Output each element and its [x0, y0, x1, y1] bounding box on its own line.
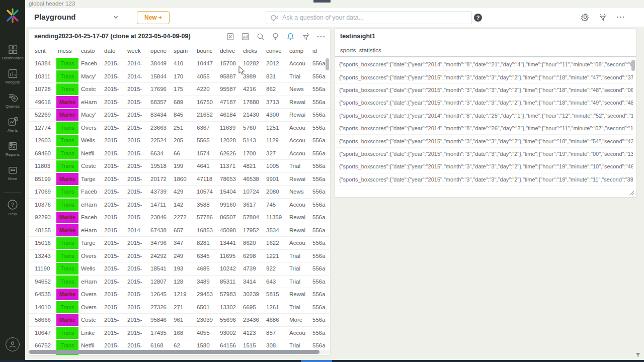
table-cell: 2015- — [126, 163, 149, 169]
table-cell: 12774 — [33, 125, 56, 131]
table-row[interactable]: 10728TransCostc2015-2015-176961754220955… — [29, 83, 331, 96]
column-header-clicks[interactable]: clicks — [242, 48, 265, 54]
user-avatar[interactable] — [6, 337, 20, 351]
chart-view-icon[interactable] — [241, 32, 250, 41]
sidebar: DashboardsWidgetsQueriesAlertsReportsMor… — [0, 0, 25, 362]
table-row[interactable]: 52269MarkeMacy'2015-2015-834348452165246… — [29, 109, 331, 122]
insight-json-row[interactable]: {"sports_boxscores":{"date":{"year":"201… — [335, 173, 633, 186]
table-row[interactable]: 13243TransOvers2015-2015-242922496345116… — [29, 250, 331, 263]
filter-funnel-icon[interactable] — [635, 352, 641, 358]
table-row[interactable]: 12774TransOvers2015-2015-236632516367116… — [29, 122, 331, 135]
message-type-badge: Marke — [56, 109, 78, 121]
message-type-badge: Trans — [56, 250, 78, 262]
table-row[interactable]: 92293MarkeFaceb2015-2015-238462272577868… — [29, 211, 331, 224]
vertical-scrollbar[interactable] — [326, 58, 329, 70]
export-excel-icon[interactable] — [226, 32, 234, 41]
sidebar-item-widgets[interactable]: Widgets — [0, 64, 25, 88]
table-row[interactable]: 17069TransFaceb2015-2015-437394291057415… — [29, 186, 331, 199]
table-cell: 5815 — [265, 291, 288, 297]
column-header-spam[interactable]: spam — [172, 48, 195, 54]
table-cell: 2015- — [103, 125, 126, 131]
table-row[interactable]: 64535MarkeOvers2015-2015-126451219294535… — [29, 288, 331, 301]
sidebar-item-alerts[interactable]: Alerts — [0, 113, 25, 137]
column-header-week[interactable]: week — [126, 48, 149, 54]
column-header-bounc[interactable]: bounc — [195, 48, 218, 54]
table-row[interactable]: 15016TransTarge2015-2015-347963478281134… — [29, 237, 331, 250]
more-ellipsis-icon[interactable] — [316, 32, 325, 41]
table-cell: 199 — [172, 163, 195, 169]
table-cell: 14711 — [149, 202, 172, 208]
table-cell: 10376 — [33, 202, 56, 208]
table-cell: 83434 — [149, 112, 172, 118]
insight-json-row[interactable]: {"sports_boxscores":{"date":{"year":"201… — [335, 148, 633, 160]
message-type-badge: Marke — [56, 173, 78, 185]
table-row[interactable]: 11190TransWells2015-2015-185411934685102… — [29, 262, 331, 276]
table-cell: 43739 — [149, 189, 172, 195]
insight-json-row[interactable]: {"sports_boxscores":{"date":{"year":"201… — [335, 71, 633, 83]
table-cell: 10447 — [195, 60, 218, 66]
insight-json-row[interactable]: {"sports_boxscores":{"date":{"year":"201… — [335, 160, 633, 173]
table-row[interactable]: 48155MarkeeHarn2015-2014-674386571685345… — [29, 224, 331, 237]
table-row[interactable]: 85199MarkeTarge2015-2015-201721860471187… — [29, 173, 331, 186]
column-header-date[interactable]: date — [103, 48, 126, 54]
column-header-id[interactable]: id — [311, 48, 331, 54]
smart-filter-icon[interactable] — [598, 13, 607, 22]
report-toolbar — [226, 32, 325, 41]
workspace-dropdown[interactable]: Playground — [34, 13, 76, 21]
table-cell: 16750 — [195, 99, 218, 105]
insights-bulb-icon[interactable] — [271, 32, 280, 41]
column-header-custo[interactable]: custo — [79, 48, 103, 54]
table-cell: eHarn — [79, 227, 103, 233]
table-cell: 2015- — [103, 253, 126, 259]
table-cell: 1261 — [265, 304, 288, 310]
horizontal-scrollbar-thumb[interactable] — [29, 350, 319, 354]
table-row[interactable]: 10647TransLinke2015-2015-174351684055930… — [29, 327, 331, 340]
insight-json-row[interactable]: {"sports_boxscores":{"date":{"year":"201… — [335, 122, 633, 135]
insight-vertical-scrollbar[interactable] — [631, 60, 635, 71]
table-row[interactable]: 58666MarkeCostc2015-2015-958469612303955… — [29, 314, 331, 327]
table-cell: 2015- — [103, 214, 126, 220]
chevron-down-icon[interactable] — [113, 14, 119, 20]
help-badge[interactable]: ? — [474, 14, 482, 22]
message-type-badge: Trans — [56, 301, 78, 313]
table-row[interactable]: 16384TransFaceb2015-2014-384494101044715… — [29, 57, 331, 70]
more-ellipsis-icon[interactable] — [616, 13, 625, 22]
table-row[interactable]: 14010TransOvers2015-2015-273262716501133… — [29, 301, 331, 314]
resize-handle-icon[interactable] — [628, 190, 634, 196]
table-row[interactable]: 10376TranseHarn2015-2015-147111423588991… — [29, 199, 331, 212]
insight-json-row[interactable]: {"sports_boxscores":{"date":{"year":"201… — [335, 84, 633, 97]
column-header-conve[interactable]: conve — [265, 48, 288, 54]
table-row[interactable]: 49616MarkeeHarn2015-2015-683576891675047… — [29, 96, 331, 109]
filter-funnel-icon[interactable] — [301, 32, 310, 41]
table-cell: 17435 — [149, 330, 172, 336]
sidebar-item-queries[interactable]: Queries — [0, 88, 25, 113]
insight-json-row[interactable]: {"sports_boxscores":{"date":{"year":"201… — [335, 135, 633, 147]
app-logo-icon[interactable] — [5, 7, 21, 24]
insights-bulb-icon — [271, 32, 280, 41]
column-header-mess[interactable]: mess — [56, 48, 79, 54]
sidebar-item-dashboards[interactable]: Dashboards — [0, 40, 25, 64]
sidebar-item-more[interactable]: More — [0, 161, 25, 185]
table-cell: 4055 — [195, 330, 218, 336]
table-row[interactable]: 10311TransMacy'2015-2014-158441704055958… — [29, 70, 331, 83]
table-cell: 556a — [311, 86, 331, 92]
settings-gear-icon[interactable] — [581, 13, 590, 22]
sidebar-item-reports[interactable]: Reports — [0, 137, 25, 161]
table-row[interactable]: 11803TransCostc2015-2015-195181994641113… — [29, 160, 331, 173]
alerts-bell-icon[interactable] — [286, 32, 295, 41]
search-icon[interactable] — [256, 32, 265, 41]
new-button[interactable]: New + — [137, 11, 170, 24]
ask-data-search-input[interactable]: Ask a question of your data... — [266, 11, 472, 24]
table-row[interactable]: 69460TransNetfli2015-2015-66346615746262… — [29, 147, 331, 160]
table-cell: 69460 — [33, 150, 56, 156]
column-header-camp[interactable]: camp — [288, 48, 311, 54]
insight-json-row[interactable]: {"sports_boxscores":{"date":{"year":"201… — [335, 110, 633, 122]
table-row[interactable]: 94652TranseHarn2015-2015-128071283489853… — [29, 276, 331, 289]
column-header-opene[interactable]: opene — [149, 48, 172, 54]
insight-json-row[interactable]: {"sports_boxscores":{"date":{"year":"201… — [335, 58, 633, 71]
sidebar-item-help[interactable]: ? Help — [0, 199, 25, 223]
column-header-delive[interactable]: delive — [218, 48, 242, 54]
table-row[interactable]: 12603TransWells2015-2015-225242055565120… — [29, 134, 331, 147]
insight-json-row[interactable]: {"sports_boxscores":{"date":{"year":"201… — [335, 97, 633, 109]
column-header-sent[interactable]: sent — [33, 48, 56, 54]
